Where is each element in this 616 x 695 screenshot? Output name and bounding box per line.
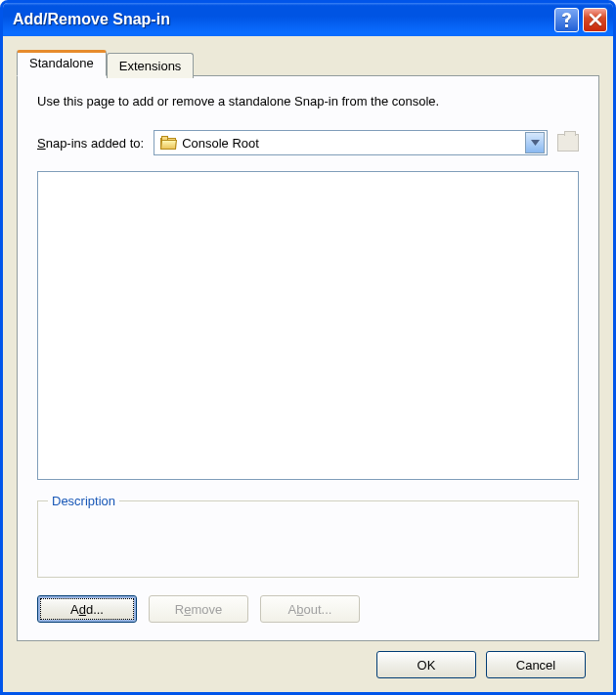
cancel-button[interactable]: Cancel xyxy=(486,651,586,678)
tab-strip: Standalone Extensions xyxy=(17,50,599,75)
help-button[interactable] xyxy=(554,8,579,32)
tab-standalone-label: Standalone xyxy=(29,56,94,70)
help-icon xyxy=(560,12,573,28)
combo-dropdown-button[interactable] xyxy=(525,132,545,153)
added-to-label: Snap-ins added to: xyxy=(37,136,144,151)
add-button[interactable]: Add... xyxy=(37,595,137,623)
added-to-row: Snap-ins added to: Console Root xyxy=(37,130,579,155)
combo-value: Console Root xyxy=(182,136,519,151)
intro-text: Use this page to add or remove a standal… xyxy=(37,94,579,109)
titlebar-buttons xyxy=(554,8,607,32)
snapins-list[interactable] xyxy=(37,171,579,480)
remove-button: Remove xyxy=(149,595,248,623)
added-to-combo[interactable]: Console Root xyxy=(154,130,548,155)
briefcase-icon xyxy=(557,134,579,152)
description-group: Description xyxy=(37,494,579,578)
description-legend: Description xyxy=(48,494,119,508)
tab-panel-standalone: Use this page to add or remove a standal… xyxy=(17,75,599,641)
action-button-row: Add... Remove About... xyxy=(37,595,579,623)
dialog-window: Add/Remove Snap-in Standalone Extensions xyxy=(0,0,616,695)
ok-button[interactable]: OK xyxy=(376,651,476,678)
close-icon xyxy=(589,13,602,26)
tab-extensions[interactable]: Extensions xyxy=(107,53,195,78)
dialog-body: Standalone Extensions Use this page to a… xyxy=(3,36,613,692)
chevron-down-icon xyxy=(531,140,540,146)
tab-standalone[interactable]: Standalone xyxy=(17,50,107,76)
close-button[interactable] xyxy=(583,8,607,32)
about-button: About... xyxy=(260,595,360,623)
footer-buttons: OK Cancel xyxy=(17,641,599,678)
folder-icon xyxy=(160,136,176,150)
window-title: Add/Remove Snap-in xyxy=(13,11,554,28)
titlebar: Add/Remove Snap-in xyxy=(3,3,613,36)
tab-extensions-label: Extensions xyxy=(119,59,182,73)
